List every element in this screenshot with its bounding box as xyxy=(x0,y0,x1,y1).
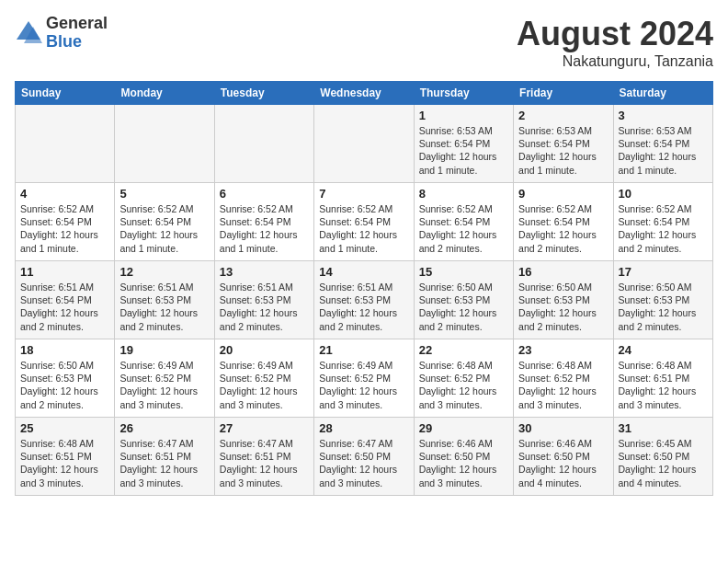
day-number: 12 xyxy=(119,265,209,279)
week-row-2: 4Sunrise: 6:52 AM Sunset: 6:54 PM Daylig… xyxy=(16,183,713,261)
day-info: Sunrise: 6:53 AM Sunset: 6:54 PM Dayligh… xyxy=(518,124,608,177)
day-number: 15 xyxy=(419,265,508,279)
week-row-1: 1Sunrise: 6:53 AM Sunset: 6:54 PM Daylig… xyxy=(16,105,713,183)
day-info: Sunrise: 6:52 AM Sunset: 6:54 PM Dayligh… xyxy=(220,202,309,255)
logo-icon xyxy=(15,19,42,47)
header-cell-thursday: Thursday xyxy=(414,82,513,105)
day-number: 18 xyxy=(20,343,109,357)
day-info: Sunrise: 6:53 AM Sunset: 6:54 PM Dayligh… xyxy=(419,124,508,177)
header-cell-monday: Monday xyxy=(115,82,214,105)
day-info: Sunrise: 6:50 AM Sunset: 6:53 PM Dayligh… xyxy=(419,281,508,333)
day-info: Sunrise: 6:53 AM Sunset: 6:54 PM Dayligh… xyxy=(619,124,708,177)
day-number: 24 xyxy=(619,343,708,357)
day-info: Sunrise: 6:48 AM Sunset: 6:52 PM Dayligh… xyxy=(419,359,508,411)
calendar-body: 1Sunrise: 6:53 AM Sunset: 6:54 PM Daylig… xyxy=(16,105,713,496)
day-cell: 11Sunrise: 6:51 AM Sunset: 6:54 PM Dayli… xyxy=(16,261,115,339)
day-cell: 20Sunrise: 6:49 AM Sunset: 6:52 PM Dayli… xyxy=(214,339,313,418)
day-info: Sunrise: 6:50 AM Sunset: 6:53 PM Dayligh… xyxy=(518,281,608,333)
calendar-header: SundayMondayTuesdayWednesdayThursdayFrid… xyxy=(16,82,713,105)
header-cell-tuesday: Tuesday xyxy=(214,82,313,105)
day-number: 16 xyxy=(518,265,608,279)
day-cell: 27Sunrise: 6:47 AM Sunset: 6:51 PM Dayli… xyxy=(214,418,313,496)
day-info: Sunrise: 6:49 AM Sunset: 6:52 PM Dayligh… xyxy=(220,359,309,411)
day-info: Sunrise: 6:47 AM Sunset: 6:51 PM Dayligh… xyxy=(119,437,209,489)
day-info: Sunrise: 6:50 AM Sunset: 6:53 PM Dayligh… xyxy=(20,359,109,411)
day-cell: 23Sunrise: 6:48 AM Sunset: 6:52 PM Dayli… xyxy=(514,339,613,418)
day-number: 29 xyxy=(419,421,508,435)
day-info: Sunrise: 6:45 AM Sunset: 6:50 PM Dayligh… xyxy=(619,437,708,489)
day-cell: 14Sunrise: 6:51 AM Sunset: 6:53 PM Dayli… xyxy=(314,261,414,339)
day-cell: 15Sunrise: 6:50 AM Sunset: 6:53 PM Dayli… xyxy=(414,261,513,339)
day-info: Sunrise: 6:47 AM Sunset: 6:51 PM Dayligh… xyxy=(220,437,309,489)
day-number: 20 xyxy=(220,343,309,357)
calendar-table: SundayMondayTuesdayWednesdayThursdayFrid… xyxy=(15,81,713,496)
day-number: 2 xyxy=(518,109,608,122)
day-number: 25 xyxy=(20,421,109,435)
day-info: Sunrise: 6:48 AM Sunset: 6:51 PM Dayligh… xyxy=(619,359,708,411)
header-cell-saturday: Saturday xyxy=(613,82,712,105)
day-number: 11 xyxy=(20,265,109,279)
day-number: 22 xyxy=(419,343,508,357)
day-number: 8 xyxy=(419,187,508,201)
day-cell: 2Sunrise: 6:53 AM Sunset: 6:54 PM Daylig… xyxy=(514,105,613,183)
day-info: Sunrise: 6:48 AM Sunset: 6:52 PM Dayligh… xyxy=(518,359,608,411)
header-cell-friday: Friday xyxy=(514,82,613,105)
week-row-4: 18Sunrise: 6:50 AM Sunset: 6:53 PM Dayli… xyxy=(16,339,713,418)
day-cell: 5Sunrise: 6:52 AM Sunset: 6:54 PM Daylig… xyxy=(115,183,214,261)
day-cell: 8Sunrise: 6:52 AM Sunset: 6:54 PM Daylig… xyxy=(414,183,513,261)
location: Nakatunguru, Tanzania xyxy=(517,53,713,70)
day-info: Sunrise: 6:51 AM Sunset: 6:53 PM Dayligh… xyxy=(119,281,209,333)
day-info: Sunrise: 6:46 AM Sunset: 6:50 PM Dayligh… xyxy=(518,437,608,489)
day-info: Sunrise: 6:46 AM Sunset: 6:50 PM Dayligh… xyxy=(419,437,508,489)
day-cell: 25Sunrise: 6:48 AM Sunset: 6:51 PM Dayli… xyxy=(16,418,115,496)
logo-text: General Blue xyxy=(46,15,108,52)
day-number: 21 xyxy=(319,343,408,357)
day-number: 5 xyxy=(119,187,209,201)
day-cell: 13Sunrise: 6:51 AM Sunset: 6:53 PM Dayli… xyxy=(214,261,313,339)
logo-general: General xyxy=(46,15,108,33)
day-cell: 6Sunrise: 6:52 AM Sunset: 6:54 PM Daylig… xyxy=(214,183,313,261)
day-number: 10 xyxy=(619,187,708,201)
day-cell: 3Sunrise: 6:53 AM Sunset: 6:54 PM Daylig… xyxy=(613,105,712,183)
day-number: 3 xyxy=(619,109,708,122)
day-cell: 1Sunrise: 6:53 AM Sunset: 6:54 PM Daylig… xyxy=(414,105,513,183)
day-number: 23 xyxy=(518,343,608,357)
day-cell: 17Sunrise: 6:50 AM Sunset: 6:53 PM Dayli… xyxy=(613,261,712,339)
day-cell: 19Sunrise: 6:49 AM Sunset: 6:52 PM Dayli… xyxy=(115,339,214,418)
logo: General Blue xyxy=(15,15,108,52)
day-cell xyxy=(214,105,313,183)
day-cell: 24Sunrise: 6:48 AM Sunset: 6:51 PM Dayli… xyxy=(613,339,712,418)
day-info: Sunrise: 6:50 AM Sunset: 6:53 PM Dayligh… xyxy=(619,281,708,333)
day-info: Sunrise: 6:49 AM Sunset: 6:52 PM Dayligh… xyxy=(119,359,209,411)
day-cell: 9Sunrise: 6:52 AM Sunset: 6:54 PM Daylig… xyxy=(514,183,613,261)
day-cell: 29Sunrise: 6:46 AM Sunset: 6:50 PM Dayli… xyxy=(414,418,513,496)
day-number: 1 xyxy=(419,109,508,122)
day-info: Sunrise: 6:47 AM Sunset: 6:50 PM Dayligh… xyxy=(319,437,408,489)
day-info: Sunrise: 6:51 AM Sunset: 6:53 PM Dayligh… xyxy=(319,281,408,333)
week-row-3: 11Sunrise: 6:51 AM Sunset: 6:54 PM Dayli… xyxy=(16,261,713,339)
week-row-5: 25Sunrise: 6:48 AM Sunset: 6:51 PM Dayli… xyxy=(16,418,713,496)
day-cell: 30Sunrise: 6:46 AM Sunset: 6:50 PM Dayli… xyxy=(514,418,613,496)
day-number: 17 xyxy=(619,265,708,279)
day-cell: 12Sunrise: 6:51 AM Sunset: 6:53 PM Dayli… xyxy=(115,261,214,339)
day-info: Sunrise: 6:52 AM Sunset: 6:54 PM Dayligh… xyxy=(20,202,109,255)
day-number: 19 xyxy=(119,343,209,357)
day-number: 31 xyxy=(619,421,708,435)
day-cell: 7Sunrise: 6:52 AM Sunset: 6:54 PM Daylig… xyxy=(314,183,414,261)
day-cell: 31Sunrise: 6:45 AM Sunset: 6:50 PM Dayli… xyxy=(613,418,712,496)
day-info: Sunrise: 6:52 AM Sunset: 6:54 PM Dayligh… xyxy=(319,202,408,255)
day-info: Sunrise: 6:52 AM Sunset: 6:54 PM Dayligh… xyxy=(119,202,209,255)
day-number: 30 xyxy=(518,421,608,435)
day-cell: 4Sunrise: 6:52 AM Sunset: 6:54 PM Daylig… xyxy=(16,183,115,261)
day-number: 27 xyxy=(220,421,309,435)
day-number: 13 xyxy=(220,265,309,279)
day-number: 14 xyxy=(319,265,408,279)
day-number: 6 xyxy=(220,187,309,201)
day-cell: 26Sunrise: 6:47 AM Sunset: 6:51 PM Dayli… xyxy=(115,418,214,496)
day-number: 26 xyxy=(119,421,209,435)
header-cell-wednesday: Wednesday xyxy=(314,82,414,105)
day-number: 9 xyxy=(518,187,608,201)
day-info: Sunrise: 6:51 AM Sunset: 6:54 PM Dayligh… xyxy=(20,281,109,333)
page-header: General Blue August 2024 Nakatunguru, Ta… xyxy=(15,15,713,70)
day-cell xyxy=(314,105,414,183)
